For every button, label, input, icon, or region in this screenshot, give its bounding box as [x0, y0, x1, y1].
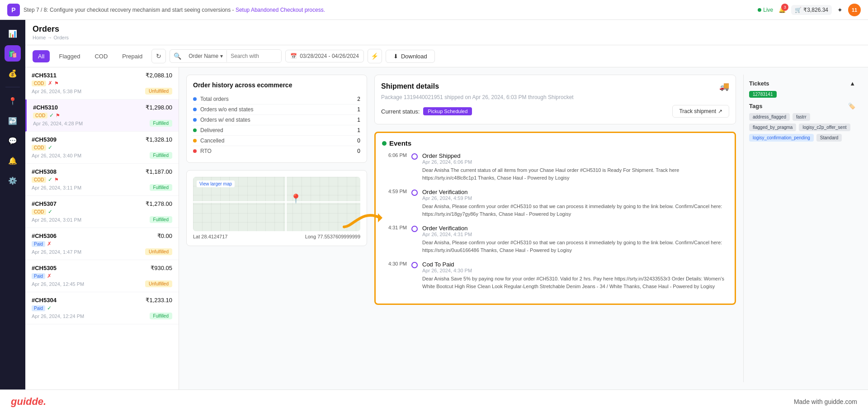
balance-badge: 🛒 ₹3,826.34: [791, 5, 832, 15]
check-icon: ✓: [47, 305, 52, 311]
content-area: Orders Home → Orders All Flagged COD Pre…: [25, 20, 868, 389]
dot-icon: [193, 97, 197, 101]
view-larger-map-link[interactable]: View larger map: [197, 180, 235, 187]
order-amount: ₹930.05: [151, 265, 172, 271]
check-icon: ✓: [48, 144, 52, 151]
order-date: Apr 26, 2024, 4:28 PM: [33, 121, 83, 126]
banner-right: Live 🔔 3 🛒 ₹3,826.34 ✦ 11: [758, 4, 861, 16]
order-id: #CH5306: [32, 233, 57, 239]
order-item-ch5306[interactable]: #CH5306 ₹0.00 Paid ✗ Apr 26, 2024, 1:47 …: [25, 228, 179, 260]
tab-flagged[interactable]: Flagged: [53, 50, 85, 62]
body-split: #CH5311 ₹2,088.10 COD ✗ ⚑ Apr 26, 2024, …: [25, 67, 868, 389]
status-badge: Fulfilled: [150, 313, 172, 319]
main-layout: 📊 🛍️ 💰 📍 ↩️ 💬 🔔 ⚙️ Orders Home → Orders …: [0, 20, 868, 389]
order-date: Apr 26, 2024, 1:47 PM: [32, 249, 81, 255]
dot-icon: [193, 108, 197, 111]
theme-toggle-icon[interactable]: ✦: [837, 6, 843, 14]
search-dropdown[interactable]: Order Name ▾: [185, 50, 227, 62]
order-item-ch5305[interactable]: #CH5305 ₹930.05 Paid ✗ Apr 26, 2024, 12:…: [25, 260, 179, 292]
avatar[interactable]: 11: [848, 4, 861, 16]
order-item-ch5311[interactable]: #CH5311 ₹2,088.10 COD ✗ ⚑ Apr 26, 2024, …: [25, 67, 179, 100]
sidebar-item-messages[interactable]: 💬: [5, 133, 21, 149]
sidebar-item-orders[interactable]: 🛍️: [5, 45, 21, 62]
shipment-header: Shipment details 🚚: [381, 81, 729, 91]
pickup-scheduled-badge: Pickup Scheduled: [423, 107, 472, 115]
event-date: Apr 26, 2024, 4:30 PM: [422, 268, 728, 273]
detail-left-column: Order history across ecommerce Total ord…: [186, 75, 367, 382]
orders-header: Orders Home → Orders: [25, 20, 868, 45]
orders-list: #CH5311 ₹2,088.10 COD ✗ ⚑ Apr 26, 2024, …: [25, 67, 179, 389]
notification-count: 3: [781, 4, 788, 11]
tickets-title: Tickets: [749, 80, 769, 87]
breadcrumb: Home → Orders: [33, 35, 861, 40]
status-badge: Fulfilled: [150, 216, 172, 223]
live-badge: Live: [758, 7, 773, 13]
event-item-order-verification-1: 4:59 PM Order Verification Apr 26, 2024,…: [382, 189, 728, 218]
refresh-button[interactable]: ↻: [151, 49, 166, 63]
event-message: Dear Anisha Save 5% by paying now for yo…: [422, 275, 728, 290]
order-history-title: Order history across ecommerce: [193, 81, 360, 89]
sidebar-item-location[interactable]: 📍: [5, 93, 21, 109]
sidebar-item-revenue[interactable]: 💰: [5, 65, 21, 81]
order-amount: ₹1,233.10: [146, 297, 172, 304]
event-name: Order Shipped: [422, 152, 728, 159]
event-message: Dear Anisha, Please confirm your order #…: [422, 239, 728, 254]
order-date: Apr 26, 2024, 12:45 PM: [32, 281, 84, 287]
sidebar-item-alerts[interactable]: 🔔: [5, 152, 21, 169]
search-input[interactable]: [227, 50, 281, 62]
event-name: Order Verification: [422, 225, 728, 232]
event-time: 4:59 PM: [382, 189, 407, 218]
sidebar-divider: [5, 87, 20, 87]
tab-all[interactable]: All: [33, 50, 50, 62]
dot-icon: [193, 118, 197, 122]
order-amount: ₹1,298.00: [146, 104, 172, 111]
map-pin: 📍: [290, 193, 302, 204]
current-status-label: Current status:: [381, 108, 420, 115]
date-range-picker[interactable]: 📅 03/28/2024 - 04/26/2024: [285, 50, 364, 62]
history-item-no-end: Orders w/o end states 1: [193, 104, 360, 115]
event-date: Apr 26, 2024, 4:59 PM: [422, 195, 728, 201]
events-panel: Events 6:06 PM Order Shipped Apr 26, 202…: [374, 132, 736, 305]
order-id: #CH5304: [32, 297, 57, 304]
tag-cod: COD: [32, 145, 46, 151]
search-container: 🔍 Order Name ▾: [170, 49, 282, 63]
order-item-ch5307[interactable]: #CH5307 ₹1,278.00 COD ✓ Apr 26, 2024, 3:…: [25, 196, 179, 228]
tag-add-icon[interactable]: 🏷️: [848, 103, 855, 109]
order-id: #CH5311: [32, 72, 57, 79]
order-item-ch5309[interactable]: #CH5309 ₹1,328.10 COD ✓ Apr 26, 2024, 3:…: [25, 132, 179, 164]
history-item-delivered: Delivered 1: [193, 125, 360, 136]
track-shipment-button[interactable]: Track shipment ↗: [672, 105, 729, 118]
order-date: Apr 26, 2024, 3:01 PM: [32, 217, 81, 223]
order-id: #CH5305: [32, 265, 57, 271]
event-date: Apr 26, 2024, 4:31 PM: [422, 232, 728, 237]
order-item-ch5310[interactable]: #CH5310 ₹1,298.00 COD ✓ ⚑ Apr 26, 2024, …: [25, 100, 179, 132]
breadcrumb-home[interactable]: Home: [33, 35, 46, 40]
notification-button[interactable]: 🔔 3: [778, 6, 786, 13]
tag-paid: Paid: [32, 305, 45, 311]
map-road-vertical: [285, 177, 287, 231]
order-id: #CH5307: [32, 200, 57, 207]
history-item-rto: RTO 0: [193, 146, 360, 156]
download-button[interactable]: ⬇ Download: [386, 50, 435, 63]
sidebar-item-analytics[interactable]: 📊: [5, 25, 21, 42]
event-time: 4:30 PM: [382, 261, 407, 290]
dot-icon: [193, 128, 197, 132]
setup-link[interactable]: Setup Abandoned Checkout process.: [236, 7, 325, 13]
x-icon: ✗: [47, 273, 52, 279]
sidebar-item-returns[interactable]: ↩️: [5, 113, 21, 129]
external-link-icon: ↗: [718, 108, 722, 114]
x-icon: ✗: [48, 80, 52, 86]
tab-cod[interactable]: COD: [89, 50, 113, 62]
order-date: Apr 26, 2024, 12:24 PM: [32, 313, 84, 319]
detail-right-column: Shipment details 🚚 Package 1319440021951…: [374, 75, 736, 382]
tab-prepaid[interactable]: Prepaid: [117, 50, 148, 62]
sidebar-item-settings[interactable]: ⚙️: [5, 172, 21, 189]
order-history-card: Order history across ecommerce Total ord…: [186, 75, 367, 163]
banner-step-text: Step 7 / 8: Configure your checkout reco…: [24, 7, 325, 13]
order-item-ch5304[interactable]: #CH5304 ₹1,233.10 Paid ✓ Apr 26, 2024, 1…: [25, 292, 179, 324]
map-road-horizontal: [193, 201, 360, 203]
order-item-ch5308[interactable]: #CH5308 ₹1,187.00 COD ✓ ⚑ Apr 26, 2024, …: [25, 164, 179, 196]
check-icon: ✓: [48, 209, 52, 215]
filter-button[interactable]: ⚡: [368, 49, 382, 63]
order-date: Apr 26, 2024, 3:11 PM: [32, 185, 81, 190]
